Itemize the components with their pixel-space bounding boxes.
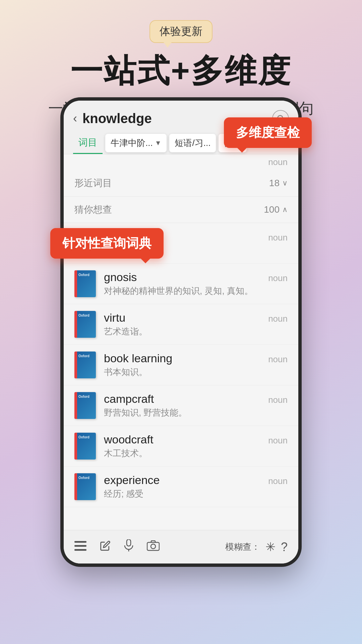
- book-icon-woodcraft: [74, 433, 96, 460]
- fuzzy-label: 模糊查：: [225, 541, 260, 553]
- word-name: experience: [104, 474, 268, 487]
- word-info-booklearning: book learning 书本知识。: [104, 352, 268, 378]
- list-icon[interactable]: [74, 540, 86, 554]
- word-item[interactable]: campcraft 野营知识, 野营技能。 noun: [64, 385, 298, 426]
- chevron-down-icon: ∨: [282, 179, 288, 187]
- word-type: noun: [268, 273, 288, 283]
- edit-icon[interactable]: [100, 540, 111, 554]
- word-name: virtu: [104, 311, 268, 324]
- word-type: noun: [268, 232, 288, 243]
- word-info-virtu: virtu 艺术造诣。: [104, 311, 268, 337]
- callout-multidim: 多维度查检: [224, 117, 312, 148]
- word-translation: 野营知识, 野营技能。: [104, 407, 268, 419]
- svg-rect-7: [147, 542, 159, 550]
- svg-rect-4: [74, 549, 86, 551]
- svg-rect-2: [74, 541, 86, 543]
- word-type: noun: [268, 354, 288, 365]
- update-badge: 体验更新: [149, 20, 213, 43]
- word-translation: 艺术造诣。: [104, 326, 268, 337]
- word-item[interactable]: experience 经历; 感受 noun: [64, 467, 298, 507]
- word-item[interactable]: woodcraft 木工技术。 noun: [64, 426, 298, 467]
- section-similar[interactable]: 形近词目 18 ∨: [64, 170, 298, 197]
- phone-mockup: ‹ knowledge 词目 牛津中阶... ▼ 短语/习...: [60, 97, 302, 567]
- chevron-up-icon: ∧: [282, 205, 288, 214]
- svg-rect-5: [127, 539, 131, 546]
- tab-dictionary[interactable]: 牛津中阶... ▼: [105, 134, 167, 152]
- word-item[interactable]: virtu 艺术造诣。 noun: [64, 304, 298, 345]
- book-icon-virtu: [74, 311, 96, 338]
- book-icon-campcraft: [74, 392, 96, 419]
- word-name: woodcraft: [104, 433, 268, 446]
- word-type: noun: [268, 435, 288, 446]
- camera-icon[interactable]: [147, 540, 160, 554]
- tab-phrases[interactable]: 短语/习...: [169, 134, 216, 152]
- word-list: learning 学习 noun gnosis 对神秘的精神世界的知识, 灵知,…: [64, 223, 298, 507]
- word-item[interactable]: book learning 书本知识。 noun: [64, 345, 298, 385]
- word-translation: 对神秘的精神世界的知识, 灵知, 真知。: [104, 285, 268, 297]
- word-translation: 书本知识。: [104, 366, 268, 378]
- question-icon[interactable]: ?: [281, 540, 288, 554]
- svg-rect-3: [74, 545, 86, 547]
- section-guess[interactable]: 猜你想查 100 ∧: [64, 197, 298, 223]
- word-item[interactable]: gnosis 对神秘的精神世界的知识, 灵知, 真知。 noun: [64, 264, 298, 304]
- word-name: book learning: [104, 352, 268, 365]
- word-name: gnosis: [104, 271, 268, 284]
- svg-point-8: [151, 544, 156, 549]
- word-info-campcraft: campcraft 野营知识, 野营技能。: [104, 392, 268, 419]
- word-info-gnosis: gnosis 对神秘的精神世界的知识, 灵知, 真知。: [104, 271, 268, 297]
- main-title: 一站式+多维度: [0, 50, 362, 93]
- section-guess-count: 100 ∧: [264, 204, 288, 215]
- bottom-toolbar: 模糊查： ✳ ?: [64, 530, 298, 564]
- word-translation: 经历; 感受: [104, 488, 268, 500]
- section-similar-count: 18 ∨: [269, 178, 288, 189]
- word-type: noun: [268, 476, 288, 486]
- word-translation: 木工技术。: [104, 447, 268, 459]
- toolbar-left: [74, 539, 160, 554]
- callout-targeted: 针对性查询词典: [50, 228, 164, 259]
- partial-noun-label: noun: [64, 154, 298, 170]
- section-similar-label: 形近词目: [74, 177, 112, 190]
- section-guess-label: 猜你想查: [74, 203, 112, 216]
- book-icon-experience: [74, 473, 96, 500]
- book-icon-gnosis: [74, 270, 96, 297]
- book-icon-booklearning: [74, 352, 96, 378]
- toolbar-right: 模糊查： ✳ ?: [225, 540, 288, 554]
- word-name: campcraft: [104, 392, 268, 406]
- asterisk-icon[interactable]: ✳: [265, 540, 276, 554]
- word-info-experience: experience 经历; 感受: [104, 474, 268, 500]
- word-info-woodcraft: woodcraft 木工技术。: [104, 433, 268, 459]
- word-type: noun: [268, 314, 288, 324]
- mic-icon[interactable]: [124, 539, 133, 554]
- word-type: noun: [268, 395, 288, 405]
- phone-screen: ‹ knowledge 词目 牛津中阶... ▼ 短语/习...: [64, 101, 298, 564]
- tab-entries[interactable]: 词目: [73, 132, 103, 154]
- back-button[interactable]: ‹: [73, 111, 77, 125]
